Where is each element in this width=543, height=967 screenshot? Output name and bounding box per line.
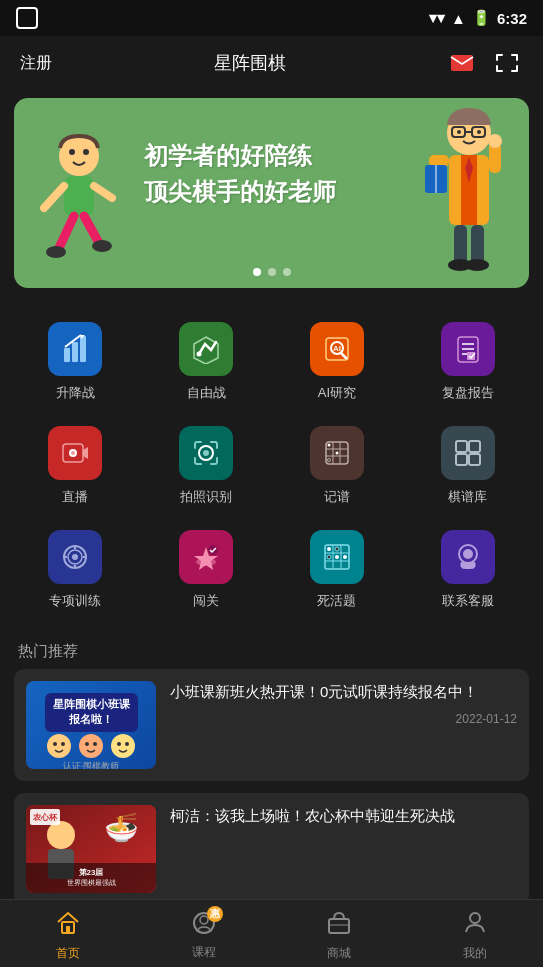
hot-section-title: 热门推荐 xyxy=(0,632,543,669)
customer-service-icon xyxy=(441,530,495,584)
banner-line1: 初学者的好陪练 xyxy=(144,138,336,174)
status-square-icon xyxy=(16,7,38,29)
news-date-1: 2022-01-12 xyxy=(170,712,517,726)
menu-item-rank-battle[interactable]: 升降战 xyxy=(10,312,141,416)
home-icon xyxy=(55,909,81,941)
svg-line-37 xyxy=(341,353,346,358)
review-report-label: 复盘报告 xyxy=(442,384,494,402)
svg-text:🍜: 🍜 xyxy=(104,811,139,844)
svg-text:AI: AI xyxy=(333,344,341,353)
free-battle-icon xyxy=(179,322,233,376)
dot-2 xyxy=(268,268,276,276)
status-left xyxy=(16,7,38,29)
svg-point-88 xyxy=(93,742,97,746)
svg-point-26 xyxy=(465,259,489,271)
special-train-label: 专项训练 xyxy=(49,592,101,610)
pass-level-icon xyxy=(179,530,233,584)
menu-item-life-death[interactable]: 死活题 xyxy=(272,520,403,624)
svg-point-89 xyxy=(111,734,135,758)
ai-research-label: AI研究 xyxy=(318,384,356,402)
svg-point-91 xyxy=(125,742,129,746)
svg-point-94 xyxy=(47,821,75,849)
menu-item-special-train[interactable]: 专项训练 xyxy=(10,520,141,624)
ai-research-icon: AI xyxy=(310,322,364,376)
life-death-label: 死活题 xyxy=(317,592,356,610)
nav-icons xyxy=(447,49,523,77)
banner-text: 初学者的好陪练 顶尖棋手的好老师 xyxy=(144,138,336,210)
svg-point-10 xyxy=(83,149,89,155)
tab-shop[interactable]: 商城 xyxy=(272,905,408,962)
svg-rect-106 xyxy=(329,919,349,933)
register-button[interactable]: 注册 xyxy=(20,53,52,74)
svg-point-83 xyxy=(47,734,71,758)
battery-icon: 🔋 xyxy=(472,9,491,27)
pass-level-label: 闯关 xyxy=(193,592,219,610)
course-badge: 惠 xyxy=(207,906,223,922)
svg-line-5 xyxy=(59,216,74,248)
svg-line-3 xyxy=(44,186,64,208)
tab-home-label: 首页 xyxy=(56,945,80,962)
tab-shop-label: 商城 xyxy=(327,945,351,962)
news-card-2[interactable]: 第23届 世界围棋最强战 农心杯 🍜 柯洁：该我上场啦！农心杯中韩迎生死决战 xyxy=(14,793,529,905)
news-thumb-2: 第23届 世界围棋最强战 农心杯 🍜 xyxy=(26,805,156,893)
menu-item-free-battle[interactable]: 自由战 xyxy=(141,312,272,416)
svg-rect-24 xyxy=(471,225,484,265)
tab-mine[interactable]: 我的 xyxy=(407,905,543,962)
course-badge-container: 惠 xyxy=(191,910,217,940)
menu-item-pass-level[interactable]: 闯关 xyxy=(141,520,272,624)
rank-battle-icon xyxy=(48,322,102,376)
menu-item-ai-research[interactable]: AI AI研究 xyxy=(272,312,403,416)
tab-course-label: 课程 xyxy=(192,944,216,961)
svg-point-79 xyxy=(335,555,339,559)
svg-point-76 xyxy=(327,547,331,551)
dot-1 xyxy=(253,268,261,276)
news-title-1: 小班课新班火热开课！0元试听课持续报名中！ xyxy=(170,681,517,704)
svg-rect-30 xyxy=(72,342,78,362)
signal-icon: ▲ xyxy=(451,10,466,27)
menu-item-customer-service[interactable]: 联系客服 xyxy=(402,520,533,624)
tab-mine-label: 我的 xyxy=(463,945,487,962)
svg-rect-60 xyxy=(456,454,467,465)
time-display: 6:32 xyxy=(497,10,527,27)
menu-grid: 升降战 自由战 AI AI研究 xyxy=(0,296,543,632)
menu-item-photo-recognize[interactable]: 拍照识别 xyxy=(141,416,272,520)
menu-item-record-game[interactable]: 记谱 xyxy=(272,416,403,520)
menu-item-live[interactable]: 直播 xyxy=(10,416,141,520)
record-game-icon xyxy=(310,426,364,480)
free-battle-label: 自由战 xyxy=(187,384,226,402)
menu-item-game-library[interactable]: 棋谱库 xyxy=(402,416,533,520)
svg-marker-33 xyxy=(194,337,218,364)
svg-point-85 xyxy=(61,742,65,746)
svg-rect-31 xyxy=(80,336,86,362)
svg-point-47 xyxy=(71,451,75,455)
tab-home[interactable]: 首页 xyxy=(0,905,136,962)
svg-text:世界围棋最强战: 世界围棋最强战 xyxy=(67,879,116,886)
notification-icon[interactable] xyxy=(447,49,479,77)
menu-item-review-report[interactable]: 复盘报告 xyxy=(402,312,533,416)
banner-character-right xyxy=(419,103,519,278)
news-title-2: 柯洁：该我上场啦！农心杯中韩迎生死决战 xyxy=(170,805,517,828)
svg-point-78 xyxy=(327,555,331,559)
svg-point-105 xyxy=(200,916,208,924)
svg-rect-58 xyxy=(456,441,467,452)
live-label: 直播 xyxy=(62,488,88,506)
svg-rect-61 xyxy=(469,454,480,465)
news-card-1[interactable]: 星阵围棋小班课报名啦！ 认证·围棋教师 小班课新班火热开课！0元试听课持续报名中… xyxy=(14,669,529,781)
svg-point-77 xyxy=(335,547,339,551)
svg-point-90 xyxy=(117,742,121,746)
svg-point-49 xyxy=(203,450,209,456)
shop-icon xyxy=(326,909,352,941)
banner[interactable]: 初学者的好陪练 顶尖棋手的好老师 xyxy=(14,98,529,288)
rank-battle-label: 升降战 xyxy=(56,384,95,402)
fullscreen-icon[interactable] xyxy=(491,49,523,77)
status-bar: ▾▾ ▲ 🔋 6:32 xyxy=(0,0,543,36)
photo-recognize-label: 拍照识别 xyxy=(180,488,232,506)
banner-character-left xyxy=(24,128,134,278)
svg-text:农心杯: 农心杯 xyxy=(32,812,58,822)
svg-point-84 xyxy=(53,742,57,746)
life-death-icon xyxy=(310,530,364,584)
svg-point-82 xyxy=(463,549,473,559)
tab-course[interactable]: 惠 课程 xyxy=(136,906,272,961)
svg-point-56 xyxy=(335,452,338,455)
svg-rect-103 xyxy=(66,926,70,933)
